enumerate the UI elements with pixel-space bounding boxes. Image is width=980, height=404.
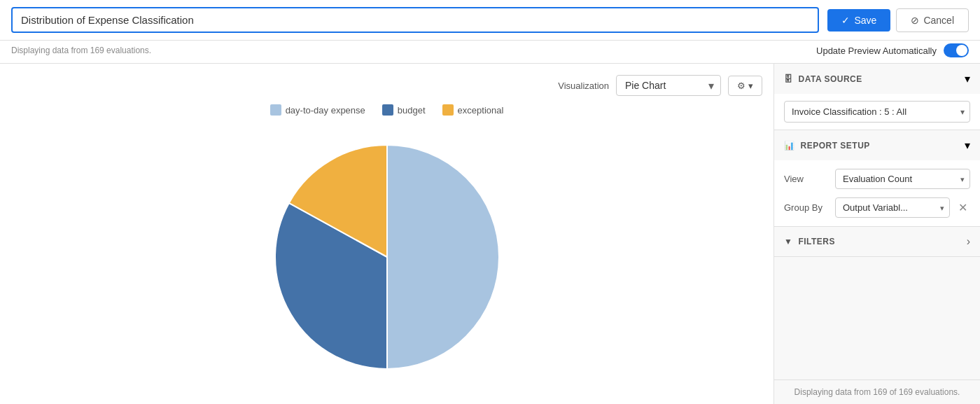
- filters-chevron-icon: ›: [967, 235, 970, 248]
- chart-legend: day-to-day expense budget exceptional: [11, 104, 762, 116]
- data-source-chevron-icon: [965, 72, 970, 85]
- cancel-label: Cancel: [923, 15, 954, 26]
- visualization-label: Visualization: [558, 81, 609, 91]
- header: ✓ Save ⊘ Cancel: [0, 0, 980, 41]
- data-source-label: DATA SOURCE: [799, 74, 862, 84]
- pie-segment-day-to-day: [387, 145, 499, 369]
- visualization-select[interactable]: Pie Chart Bar Chart Line Chart Table: [616, 75, 721, 96]
- filters-header-left: ▼ FILTERS: [784, 237, 835, 246]
- chart-area: Visualization Pie Chart Bar Chart Line C…: [0, 64, 774, 404]
- group-by-row: Group By Output Variabl... ▾ ✕: [784, 197, 970, 218]
- view-row: View Evaluation Count Average Score Sum …: [784, 169, 970, 189]
- update-preview-label: Update Preview Automatically: [816, 46, 937, 56]
- report-setup-header[interactable]: 📊 REPORT SETUP: [774, 130, 980, 160]
- save-label: Save: [854, 15, 876, 26]
- save-check-icon: ✓: [841, 15, 850, 26]
- legend-color-budget: [382, 104, 393, 116]
- view-select[interactable]: Evaluation Count Average Score Sum: [835, 169, 970, 189]
- group-by-remove-button[interactable]: ✕: [955, 200, 970, 216]
- data-source-select-wrap: Invoice Classification : 5 : All ▾: [784, 101, 970, 123]
- legend-color-day-to-day: [270, 104, 281, 116]
- cancel-icon: ⊘: [911, 15, 919, 26]
- data-source-header-left: 🗄 DATA SOURCE: [784, 74, 862, 84]
- report-setup-chevron-icon: [965, 139, 970, 152]
- report-setup-content: View Evaluation Count Average Score Sum …: [774, 160, 980, 226]
- gear-chevron-icon: ▾: [748, 81, 753, 91]
- panel-footer-text: Displaying data from 169 of 169 evaluati…: [794, 387, 960, 397]
- viz-select-wrapper: Pie Chart Bar Chart Line Chart Table ▾: [616, 75, 721, 96]
- right-panel: 🗄 DATA SOURCE Invoice Classification : 5…: [774, 64, 980, 404]
- legend-label-day-to-day: day-to-day expense: [286, 105, 365, 116]
- pie-chart-container: [11, 121, 762, 393]
- group-by-select-wrap: Output Variabl... ▾: [835, 197, 950, 218]
- data-source-content: Invoice Classification : 5 : All ▾: [774, 94, 980, 130]
- update-preview-row: Update Preview Automatically: [816, 43, 969, 57]
- update-preview-toggle[interactable]: [944, 43, 969, 57]
- sub-header: Displaying data from 169 evaluations. Up…: [0, 41, 980, 64]
- visualization-bar: Visualization Pie Chart Bar Chart Line C…: [11, 75, 762, 96]
- main-content: Visualization Pie Chart Bar Chart Line C…: [0, 64, 980, 404]
- legend-item-budget: budget: [382, 104, 426, 116]
- view-select-wrap: Evaluation Count Average Score Sum ▾: [835, 169, 970, 189]
- data-source-section: 🗄 DATA SOURCE Invoice Classification : 5…: [774, 64, 980, 130]
- data-source-select[interactable]: Invoice Classification : 5 : All: [784, 101, 970, 123]
- gear-icon: ⚙: [737, 81, 746, 91]
- filters-header[interactable]: ▼ FILTERS ›: [774, 227, 980, 256]
- view-label: View: [784, 174, 830, 184]
- database-icon: 🗄: [784, 74, 793, 84]
- header-actions: ✓ Save ⊘ Cancel: [827, 8, 969, 32]
- legend-label-exceptional: exceptional: [458, 105, 504, 116]
- chart-bar-icon: 📊: [784, 141, 795, 151]
- chart-title-input[interactable]: [11, 7, 819, 33]
- legend-item-exceptional: exceptional: [442, 104, 504, 116]
- cancel-button[interactable]: ⊘ Cancel: [896, 8, 969, 32]
- filters-section: ▼ FILTERS ›: [774, 227, 980, 257]
- report-setup-section: 📊 REPORT SETUP View Evaluation Count Ave…: [774, 130, 980, 227]
- legend-label-budget: budget: [398, 105, 426, 116]
- group-by-label: Group By: [784, 202, 830, 213]
- pie-chart-svg: [268, 138, 506, 376]
- data-info: Displaying data from 169 evaluations.: [11, 46, 151, 55]
- report-setup-header-left: 📊 REPORT SETUP: [784, 141, 870, 151]
- filters-label: FILTERS: [798, 237, 835, 246]
- panel-spacer: [774, 257, 980, 379]
- legend-item-day-to-day: day-to-day expense: [270, 104, 365, 116]
- filter-icon: ▼: [784, 237, 792, 246]
- pie-segments: [275, 145, 499, 369]
- save-button[interactable]: ✓ Save: [827, 9, 890, 32]
- panel-footer: Displaying data from 169 of 169 evaluati…: [774, 379, 980, 404]
- legend-color-exceptional: [442, 104, 454, 116]
- viz-gear-button[interactable]: ⚙ ▾: [728, 76, 762, 96]
- group-by-select[interactable]: Output Variabl...: [835, 197, 950, 218]
- data-source-header[interactable]: 🗄 DATA SOURCE: [774, 64, 980, 94]
- report-setup-label: REPORT SETUP: [801, 141, 870, 151]
